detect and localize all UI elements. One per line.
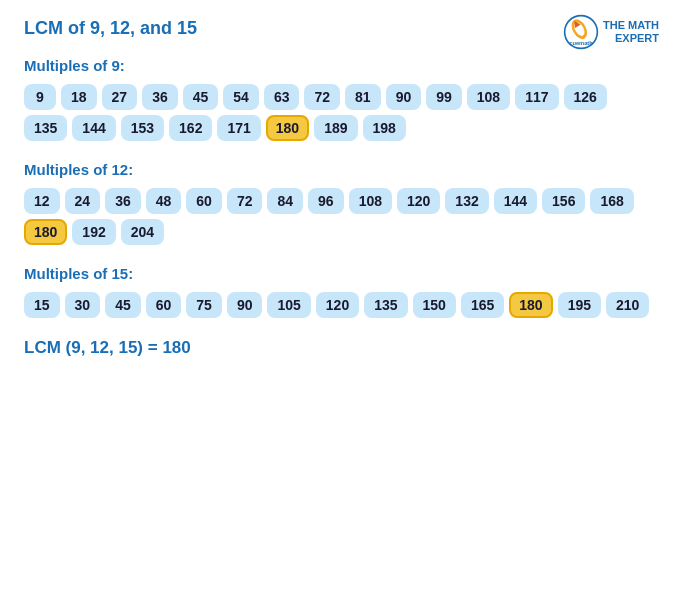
chip-54-multiples-9: 54 bbox=[223, 84, 259, 110]
chip-84-multiples-12: 84 bbox=[267, 188, 303, 214]
chip-96-multiples-12: 96 bbox=[308, 188, 344, 214]
chip-153-multiples-9: 153 bbox=[121, 115, 164, 141]
chips-row-multiples-15: 153045607590105120135150165180195210 bbox=[24, 292, 655, 318]
cuemath-logo-icon: cuemath bbox=[563, 14, 599, 50]
sections-container: Multiples of 9:9182736455463728190991081… bbox=[24, 57, 655, 318]
logo: cuemath THE MATHEXPERT bbox=[563, 14, 659, 50]
chip-30-multiples-15: 30 bbox=[65, 292, 101, 318]
chip-156-multiples-12: 156 bbox=[542, 188, 585, 214]
chip-99-multiples-9: 99 bbox=[426, 84, 462, 110]
chip-18-multiples-9: 18 bbox=[61, 84, 97, 110]
chip-9-multiples-9: 9 bbox=[24, 84, 56, 110]
page-title: LCM of 9, 12, and 15 bbox=[24, 18, 655, 39]
chip-135-multiples-9: 135 bbox=[24, 115, 67, 141]
chip-189-multiples-9: 189 bbox=[314, 115, 357, 141]
svg-text:cuemath: cuemath bbox=[569, 40, 593, 46]
chip-144-multiples-12: 144 bbox=[494, 188, 537, 214]
chip-12-multiples-12: 12 bbox=[24, 188, 60, 214]
chip-81-multiples-9: 81 bbox=[345, 84, 381, 110]
chip-132-multiples-12: 132 bbox=[445, 188, 488, 214]
chip-180-multiples-9: 180 bbox=[266, 115, 309, 141]
chip-168-multiples-12: 168 bbox=[590, 188, 633, 214]
chip-192-multiples-12: 192 bbox=[72, 219, 115, 245]
chip-180-multiples-15: 180 bbox=[509, 292, 552, 318]
chip-105-multiples-15: 105 bbox=[267, 292, 310, 318]
chip-120-multiples-15: 120 bbox=[316, 292, 359, 318]
chip-90-multiples-9: 90 bbox=[386, 84, 422, 110]
section-title-multiples-9: Multiples of 9: bbox=[24, 57, 655, 74]
chip-45-multiples-15: 45 bbox=[105, 292, 141, 318]
chip-108-multiples-9: 108 bbox=[467, 84, 510, 110]
chips-row-multiples-12: 1224364860728496108120132144156168180192… bbox=[24, 188, 655, 245]
chip-72-multiples-9: 72 bbox=[304, 84, 340, 110]
section-multiples-9: Multiples of 9:9182736455463728190991081… bbox=[24, 57, 655, 141]
chip-171-multiples-9: 171 bbox=[217, 115, 260, 141]
chip-135-multiples-15: 135 bbox=[364, 292, 407, 318]
chip-45-multiples-9: 45 bbox=[183, 84, 219, 110]
chip-24-multiples-12: 24 bbox=[65, 188, 101, 214]
chip-108-multiples-12: 108 bbox=[349, 188, 392, 214]
chip-48-multiples-12: 48 bbox=[146, 188, 182, 214]
chip-120-multiples-12: 120 bbox=[397, 188, 440, 214]
chip-60-multiples-15: 60 bbox=[146, 292, 182, 318]
chip-36-multiples-12: 36 bbox=[105, 188, 141, 214]
chip-210-multiples-15: 210 bbox=[606, 292, 649, 318]
chip-204-multiples-12: 204 bbox=[121, 219, 164, 245]
chip-198-multiples-9: 198 bbox=[363, 115, 406, 141]
chip-15-multiples-15: 15 bbox=[24, 292, 60, 318]
chip-75-multiples-15: 75 bbox=[186, 292, 222, 318]
chip-63-multiples-9: 63 bbox=[264, 84, 300, 110]
chip-150-multiples-15: 150 bbox=[413, 292, 456, 318]
chip-72-multiples-12: 72 bbox=[227, 188, 263, 214]
logo-text: THE MATHEXPERT bbox=[603, 19, 659, 45]
chip-180-multiples-12: 180 bbox=[24, 219, 67, 245]
page: cuemath THE MATHEXPERT LCM of 9, 12, and… bbox=[0, 0, 679, 600]
lcm-result: LCM (9, 12, 15) = 180 bbox=[24, 338, 655, 358]
chip-195-multiples-15: 195 bbox=[558, 292, 601, 318]
chip-60-multiples-12: 60 bbox=[186, 188, 222, 214]
section-multiples-12: Multiples of 12:122436486072849610812013… bbox=[24, 161, 655, 245]
chip-165-multiples-15: 165 bbox=[461, 292, 504, 318]
chip-36-multiples-9: 36 bbox=[142, 84, 178, 110]
chip-27-multiples-9: 27 bbox=[102, 84, 138, 110]
chip-144-multiples-9: 144 bbox=[72, 115, 115, 141]
chips-row-multiples-9: 9182736455463728190991081171261351441531… bbox=[24, 84, 655, 141]
chip-117-multiples-9: 117 bbox=[515, 84, 558, 110]
chip-90-multiples-15: 90 bbox=[227, 292, 263, 318]
section-title-multiples-15: Multiples of 15: bbox=[24, 265, 655, 282]
section-title-multiples-12: Multiples of 12: bbox=[24, 161, 655, 178]
chip-126-multiples-9: 126 bbox=[564, 84, 607, 110]
section-multiples-15: Multiples of 15:153045607590105120135150… bbox=[24, 265, 655, 318]
chip-162-multiples-9: 162 bbox=[169, 115, 212, 141]
